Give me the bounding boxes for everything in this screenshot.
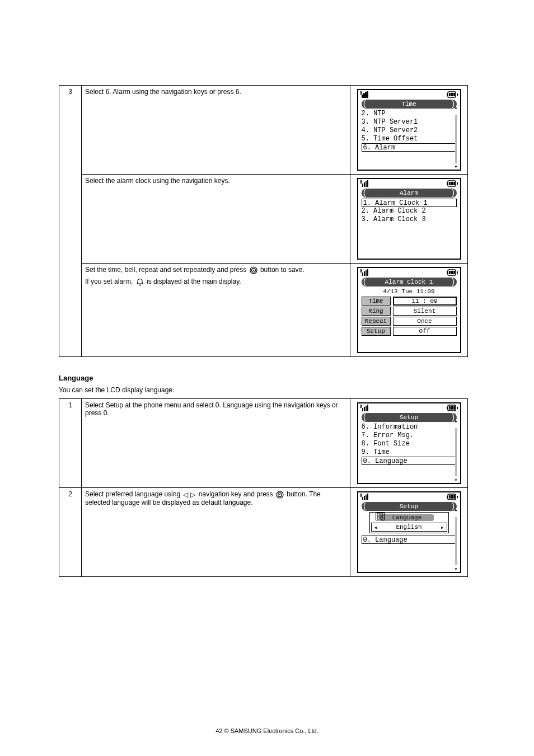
scroll-down-icon: ▾ xyxy=(454,165,458,170)
keypad-icon xyxy=(376,513,385,520)
svg-rect-40 xyxy=(367,405,368,411)
svg-rect-0 xyxy=(360,91,362,95)
phone-screen-time: (Time) 2. NTP 3. NTP Server1 4. NTP Serv… xyxy=(357,89,461,171)
screen-title: (Alarm) xyxy=(362,189,457,198)
menu-item: 3. Alarm Clock 3 xyxy=(362,215,457,224)
scroll-down-icon: ▾ xyxy=(454,478,458,483)
svg-rect-34 xyxy=(451,271,453,274)
menu-item: 2. NTP xyxy=(362,110,457,118)
svg-rect-32 xyxy=(457,271,458,274)
menu-item: 4. NTP Server2 xyxy=(362,126,457,135)
svg-rect-10 xyxy=(453,93,455,96)
step-text-3a: Set the time, bell, repeat and set repea… xyxy=(85,266,246,274)
step-text: Select preferred language using ◁▷ navig… xyxy=(82,488,350,577)
phone-screen-setup: (Setup) 6. Information 7. Error Msg. 8. … xyxy=(357,402,461,484)
scrollbar: ▴ ▾ xyxy=(454,513,458,570)
menu-item: 2. Alarm Clock 2 xyxy=(362,207,457,215)
section-intro: You can set the LCD display language. xyxy=(59,386,174,394)
svg-rect-43 xyxy=(457,407,458,409)
svg-rect-11 xyxy=(360,180,362,184)
menu-item-selected: 6. Alarm xyxy=(362,143,457,152)
menu-item: 8. Font Size xyxy=(362,440,457,448)
svg-rect-29 xyxy=(367,269,368,276)
svg-rect-44 xyxy=(449,406,451,410)
step-text-3b: button to save. xyxy=(260,266,305,274)
svg-rect-2 xyxy=(364,93,365,98)
note-1: If you set alarm, xyxy=(85,278,135,285)
svg-rect-25 xyxy=(360,269,362,273)
scrollbar: ▴ ▾ xyxy=(454,424,458,481)
scroll-up-icon: ▴ xyxy=(454,106,458,110)
battery-icon xyxy=(447,180,458,187)
kv-row-setup: Setup Off xyxy=(358,326,460,336)
screen-cell-language: (Setup) Language ◂ English ▸ 0. Language xyxy=(350,488,468,577)
svg-rect-6 xyxy=(447,93,448,96)
svg-rect-28 xyxy=(366,270,367,276)
bell-icon xyxy=(136,278,144,286)
svg-rect-59 xyxy=(451,495,453,499)
svg-rect-56 xyxy=(447,496,448,498)
battery-icon xyxy=(447,269,458,276)
svg-rect-50 xyxy=(360,494,362,497)
svg-rect-33 xyxy=(449,271,451,274)
right-triangle-icon: ▸ xyxy=(441,524,444,531)
svg-rect-42 xyxy=(447,407,448,409)
screen-title: (Time) xyxy=(362,100,457,109)
svg-rect-13 xyxy=(364,182,365,187)
kv-value-selected: 11 : 09 xyxy=(393,297,457,306)
svg-rect-8 xyxy=(449,93,451,96)
kv-value: Off xyxy=(393,327,457,336)
svg-rect-15 xyxy=(367,180,368,187)
date-time: 4/13 Tue 11:09 xyxy=(358,288,460,296)
svg-rect-36 xyxy=(360,405,362,408)
svg-rect-26 xyxy=(362,273,363,276)
screen-title: (Setup) xyxy=(362,502,457,511)
kv-value: Once xyxy=(393,317,457,326)
menu-item-selected: 0. Language xyxy=(362,536,457,544)
menu-item-selected: 0. Language xyxy=(362,457,457,465)
kv-value: Silent xyxy=(393,307,457,316)
phone-screen-alarm-clock: (Alarm Clock 1) 4/13 Tue 11:09 Time 11 :… xyxy=(357,267,461,353)
svg-rect-45 xyxy=(451,406,453,410)
screen-title: (Setup) xyxy=(362,413,457,422)
kv-key: Repeat xyxy=(362,317,391,326)
screen-cell-setup: (Setup) 6. Information 7. Error Msg. 8. … xyxy=(350,399,468,488)
svg-rect-53 xyxy=(366,495,367,500)
menu-item: 5. Time Offset xyxy=(362,135,457,143)
svg-rect-18 xyxy=(457,182,458,185)
scrollbar: ▴ ▾ xyxy=(454,110,458,167)
menu-item: 6. Information xyxy=(362,423,457,431)
step-text-2-label: Select the alarm clock using the navigat… xyxy=(85,177,230,185)
step-text-2: Select the alarm clock using the navigat… xyxy=(82,175,350,264)
language-steps-table: 1 Select Setup at the phone menu and sel… xyxy=(59,398,468,577)
screen-title: (Alarm Clock 1) xyxy=(362,278,457,287)
scroll-up-icon: ▴ xyxy=(454,508,458,513)
page-footer: 42 © SAMSUNG Electronics Co., Ltd. xyxy=(0,727,534,734)
signal-icon xyxy=(360,91,371,98)
note-2: is displayed at the main display. xyxy=(147,278,241,285)
step-number: 1 xyxy=(59,399,82,488)
step-number: 2 xyxy=(59,488,82,577)
left-arrow-icon: ◁ xyxy=(183,491,188,499)
menu-item-selected: 1. Alarm Clock 1 xyxy=(362,199,457,207)
svg-rect-19 xyxy=(449,182,451,185)
right-arrow-icon: ▷ xyxy=(190,491,195,499)
ok-target-icon xyxy=(250,266,257,274)
svg-rect-7 xyxy=(457,93,458,96)
screen-cell-alarm-clock: (Alarm Clock 1) 4/13 Tue 11:09 Time 11 :… xyxy=(350,264,468,357)
section-heading: Language xyxy=(59,374,93,382)
svg-rect-54 xyxy=(367,494,368,500)
phone-screen-alarm: (Alarm) 1. Alarm Clock 1 2. Alarm Clock … xyxy=(357,178,461,260)
battery-icon xyxy=(447,405,458,411)
alarm-steps-table: 3 Select 6. Alarm using the navigation k… xyxy=(59,85,468,357)
kv-row-time: Time 11 : 09 xyxy=(358,296,460,306)
kv-key: Ring xyxy=(362,307,391,316)
step-text-1-label: Select 6. Alarm using the navigation key… xyxy=(85,88,241,96)
svg-rect-35 xyxy=(453,271,455,274)
language-label: Language xyxy=(380,514,434,521)
svg-rect-1 xyxy=(362,95,363,98)
svg-rect-51 xyxy=(362,497,363,500)
battery-icon xyxy=(447,494,458,500)
svg-rect-20 xyxy=(451,182,453,185)
left-triangle-icon: ◂ xyxy=(374,524,378,531)
